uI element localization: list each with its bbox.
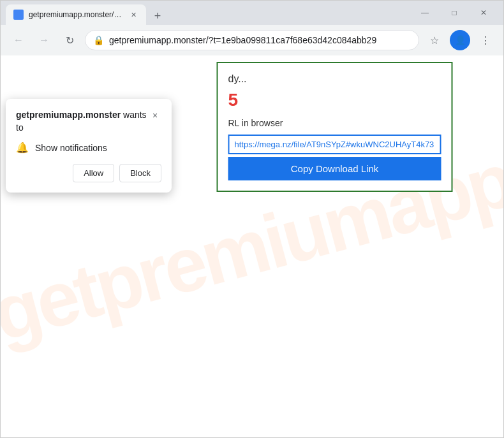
refresh-icon: ↻ [66, 34, 74, 47]
url-input[interactable] [228, 135, 441, 154]
open-url-label: RL in browser [228, 118, 441, 128]
allow-button[interactable]: Allow [73, 164, 114, 182]
nav-bar: ← → ↻ 🔒 getpremiumapp.monster/?t=1e9ba09… [1, 25, 503, 55]
browser-window: getpremiumapp.monster/?t=1… ✕ + — □ ✕ ← … [0, 0, 504, 438]
back-button[interactable]: ← [8, 30, 29, 50]
minimize-button[interactable]: — [410, 3, 440, 23]
profile-button[interactable]: 👤 [450, 30, 470, 50]
menu-button[interactable]: ⋮ [475, 30, 496, 50]
close-icon: × [152, 110, 158, 120]
popup-header: getpremiumapp.monster wants to × [16, 109, 161, 134]
ready-text: dy... [228, 73, 441, 85]
bell-icon: 🔔 [16, 142, 29, 154]
tab-close-button[interactable]: ✕ [128, 10, 138, 20]
url-input-container: Copy Download Link [228, 135, 441, 180]
download-box: dy... 5 RL in browser Copy Download Link [217, 62, 453, 192]
title-bar: getpremiumapp.monster/?t=1… ✕ + — □ ✕ [1, 1, 503, 25]
back-icon: ← [13, 34, 24, 46]
forward-icon: → [39, 34, 49, 46]
popup-buttons: Allow Block [16, 164, 161, 182]
tab-favicon [13, 10, 24, 20]
address-text: getpremiumapp.monster/?t=1e9ba099811ca7f… [109, 35, 411, 45]
countdown-timer: 5 [228, 90, 441, 110]
show-notifications-label: Show notifications [35, 143, 107, 153]
window-controls: — □ ✕ [410, 3, 498, 23]
refresh-button[interactable]: ↻ [59, 30, 80, 50]
popup-close-button[interactable]: × [149, 109, 161, 122]
active-tab[interactable]: getpremiumapp.monster/?t=1… ✕ [6, 4, 146, 25]
new-tab-button[interactable]: + [149, 7, 167, 25]
forward-button[interactable]: → [34, 30, 54, 50]
star-icon: ☆ [430, 34, 439, 47]
bookmark-button[interactable]: ☆ [424, 30, 445, 50]
maximize-button[interactable]: □ [440, 3, 469, 23]
secure-icon: 🔒 [93, 35, 104, 45]
popup-site-name: getpremiumapp.monster [16, 110, 121, 120]
notification-popup: getpremiumapp.monster wants to × 🔔 Show … [6, 99, 172, 193]
block-button[interactable]: Block [119, 164, 161, 182]
address-bar[interactable]: 🔒 getpremiumapp.monster/?t=1e9ba099811ca… [85, 30, 419, 50]
popup-title: getpremiumapp.monster wants to [16, 109, 149, 134]
content-area: getpremiumapp dy... 5 RL in browser Copy… [1, 55, 503, 437]
copy-download-link-button[interactable]: Copy Download Link [228, 157, 441, 180]
tab-title: getpremiumapp.monster/?t=1… [29, 10, 123, 19]
tab-bar: getpremiumapp.monster/?t=1… ✕ + [6, 1, 408, 25]
close-button[interactable]: ✕ [469, 3, 498, 23]
kebab-menu-icon: ⋮ [480, 34, 491, 47]
profile-avatar-icon: 👤 [455, 35, 466, 45]
notification-option: 🔔 Show notifications [16, 142, 161, 154]
